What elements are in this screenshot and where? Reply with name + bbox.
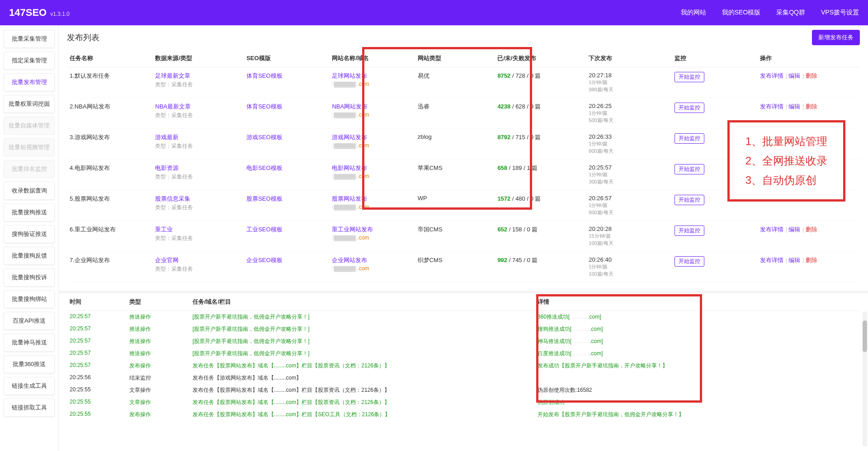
- site-type: 织梦CMS: [415, 252, 495, 282]
- nav-seo-template[interactable]: 我的SEO模版: [722, 9, 761, 17]
- app-version: v1.3.1.0: [50, 11, 70, 17]
- tpl-link[interactable]: 体育SEO模板: [246, 72, 282, 79]
- source-type: 类型：采集任务: [155, 204, 241, 211]
- sidebar-item-3[interactable]: 批量权重词挖掘: [4, 95, 55, 113]
- sidebar-item-5: 批量短视频管理: [4, 138, 55, 156]
- log-detail: 伪原创成功: [535, 396, 860, 409]
- sidebar-item-14[interactable]: 批量神马推送: [4, 334, 55, 352]
- log-task: [股票开户新手避坑指南，低佣金开户攻略分享！]: [190, 335, 535, 348]
- sidebar-item-13[interactable]: 百度API推送: [4, 312, 55, 330]
- sidebar-item-16[interactable]: 链接生成工具: [4, 377, 55, 395]
- source-link[interactable]: 企业官网: [155, 257, 179, 263]
- op-edit[interactable]: 编辑: [788, 226, 800, 233]
- site-link[interactable]: NBA网站发布: [332, 103, 368, 110]
- nav-qq-group[interactable]: 采集QQ群: [776, 9, 805, 17]
- tpl-link[interactable]: 游戏SEO模板: [246, 134, 282, 141]
- publish-col-1: 数据来源/类型: [152, 50, 244, 67]
- source-link[interactable]: 股票信息采集: [155, 195, 190, 202]
- tpl-link[interactable]: 企业SEO模板: [246, 257, 282, 263]
- monitor-button[interactable]: 开始监控: [675, 103, 704, 113]
- source-link[interactable]: 重工业: [155, 226, 173, 233]
- sidebar-item-17[interactable]: 链接抓取工具: [4, 399, 55, 417]
- op-detail[interactable]: 发布详情: [760, 72, 783, 79]
- source-link[interactable]: 电影资源: [155, 164, 179, 171]
- log-col-3: 详情: [535, 293, 860, 311]
- site-link[interactable]: 股票网站发布: [332, 195, 367, 202]
- sidebar-item-4: 批量自媒体管理: [4, 117, 55, 135]
- sidebar-item-9[interactable]: 搜狗验证推送: [4, 225, 55, 243]
- sidebar-item-11[interactable]: 批量搜狗投诉: [4, 268, 55, 287]
- domain-masked: ▓▓▓▓▓▓: [332, 235, 357, 240]
- op-delete[interactable]: 删除: [806, 72, 817, 79]
- log-col-2: 任务/域名/栏目: [190, 293, 535, 311]
- publish-count: 658 / 189 / 1 篇: [495, 160, 586, 190]
- publish-count: 1572 / 480 / 0 篇: [495, 190, 586, 221]
- site-link[interactable]: 游戏网站发布: [332, 134, 367, 141]
- log-type: 文章操作: [127, 396, 190, 409]
- publish-col-6: 下次发布: [586, 50, 671, 67]
- domain-masked: ▓▓▓▓▓▓: [332, 81, 357, 87]
- monitor-button[interactable]: 开始监控: [675, 164, 704, 174]
- op-detail[interactable]: 发布详情: [760, 103, 783, 110]
- monitor-button[interactable]: 开始监控: [675, 133, 704, 144]
- task-name: 6.重工业网站发布: [67, 221, 152, 252]
- op-delete[interactable]: 删除: [806, 257, 817, 263]
- monitor-button[interactable]: 开始监控: [675, 226, 704, 236]
- sidebar-item-2[interactable]: 批量发布管理: [4, 73, 55, 91]
- log-task: 发布任务【游戏网站发布】域名【........com】: [190, 372, 535, 384]
- tpl-link[interactable]: 体育SEO模板: [246, 103, 282, 110]
- op-detail[interactable]: 发布详情: [760, 226, 783, 233]
- next-time: 20:26:40: [589, 256, 669, 263]
- site-link[interactable]: 电影网站发布: [332, 164, 367, 171]
- sidebar-item-10[interactable]: 批量搜狗反馈: [4, 247, 55, 265]
- site-link[interactable]: 重工业网站发布: [332, 226, 373, 233]
- site-link[interactable]: 企业网站发布: [332, 257, 367, 263]
- op-edit[interactable]: 编辑: [788, 103, 800, 110]
- nav-my-site[interactable]: 我的网站: [681, 9, 706, 17]
- source-type: 类型：采集任务: [155, 81, 241, 89]
- sidebar-item-7[interactable]: 收录数据查询: [4, 182, 55, 200]
- log-type: 推送操作: [127, 323, 190, 335]
- monitor-button[interactable]: 开始监控: [675, 256, 704, 267]
- monitor-button[interactable]: 开始监控: [675, 195, 704, 205]
- log-task: 发布任务【股票网站发布】域名【........com】栏目【股票资讯（文档：21…: [190, 384, 535, 396]
- source-type: 类型：采集任务: [155, 112, 241, 119]
- sidebar-item-12[interactable]: 批量搜狗绑站: [4, 290, 55, 308]
- log-table: 时间类型任务/域名/栏目详情 20:25:57推送操作[股票开户新手避坑指南，低…: [67, 293, 860, 421]
- source-link[interactable]: 游戏最新: [155, 134, 179, 141]
- log-row: 20:25:55文章操作发布任务【股票网站发布】域名【........com】栏…: [67, 384, 860, 396]
- log-detail: 百度推送成功[.............com]: [535, 348, 860, 360]
- site-link[interactable]: 足球网站发布: [332, 72, 367, 79]
- log-detail: 伪原创使用次数:16582: [535, 384, 860, 396]
- log-scrollbar-thumb[interactable]: [863, 320, 867, 352]
- sidebar-item-0[interactable]: 批量采集管理: [4, 30, 55, 48]
- tpl-link[interactable]: 电影SEO模板: [246, 164, 282, 171]
- header-nav: 我的网站 我的SEO模版 采集QQ群 VPS拨号设置: [681, 9, 859, 17]
- op-delete[interactable]: 删除: [806, 103, 817, 110]
- tpl-link[interactable]: 股票SEO模板: [246, 195, 282, 202]
- source-link[interactable]: 足球最新文章: [155, 72, 190, 79]
- source-link[interactable]: NBA最新文章: [155, 103, 191, 110]
- add-publish-task-button[interactable]: 新增发布任务: [812, 30, 860, 45]
- op-delete[interactable]: 删除: [806, 226, 817, 233]
- nav-vps-dial[interactable]: VPS拨号设置: [821, 9, 859, 17]
- sidebar-item-8[interactable]: 批量搜狗推送: [4, 203, 55, 221]
- next-time: 20:26:33: [589, 133, 669, 140]
- log-type: 结束监控: [127, 372, 190, 384]
- tpl-link[interactable]: 工业SEO模板: [246, 226, 282, 233]
- publish-col-7: 监控: [672, 50, 757, 67]
- monitor-button[interactable]: 开始监控: [675, 72, 704, 82]
- task-name: 4.电影网站发布: [67, 160, 152, 190]
- sidebar-item-1[interactable]: 指定采集管理: [4, 52, 55, 70]
- domain-masked: ▓▓▓▓▓▓: [332, 112, 357, 117]
- op-detail[interactable]: 发布详情: [760, 257, 783, 263]
- next-time: 20:25:57: [589, 164, 669, 171]
- op-edit[interactable]: 编辑: [788, 72, 800, 79]
- sidebar: 批量采集管理指定采集管理批量发布管理批量权重词挖掘批量自媒体管理批量短视频管理批…: [0, 25, 59, 451]
- log-scrollbar[interactable]: [863, 311, 867, 446]
- op-edit[interactable]: 编辑: [788, 257, 800, 263]
- log-time: 20:25:56: [67, 372, 127, 384]
- sidebar-item-15[interactable]: 批量360推送: [4, 355, 55, 373]
- log-type: 文章操作: [127, 384, 190, 396]
- log-col-0: 时间: [67, 293, 127, 311]
